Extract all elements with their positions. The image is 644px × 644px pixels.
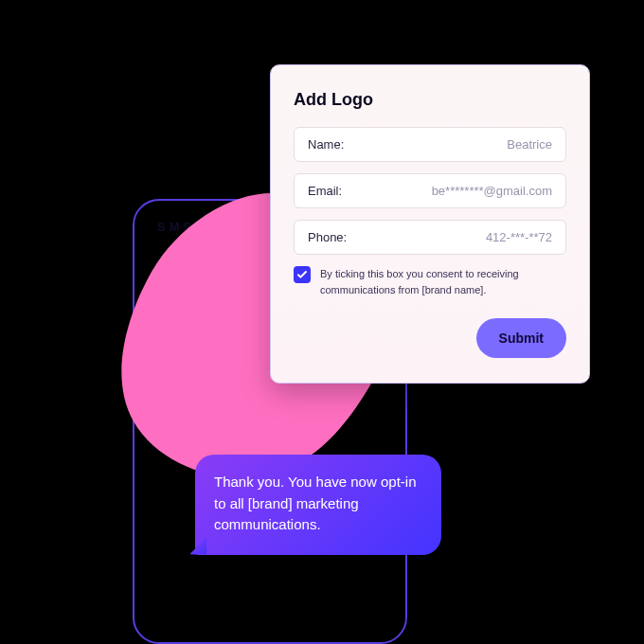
- phone-field[interactable]: Phone: 412-***-**72: [294, 220, 566, 255]
- name-label: Name:: [308, 137, 344, 152]
- confirmation-message-text: Thank you. You have now opt-in to all [b…: [214, 474, 417, 532]
- email-field[interactable]: Email: be********@gmail.com: [294, 173, 566, 208]
- name-field[interactable]: Name: Beatrice: [294, 127, 566, 162]
- phone-value: 412-***-**72: [486, 230, 552, 244]
- confirmation-message-bubble: Thank you. You have now opt-in to all [b…: [195, 455, 441, 555]
- signup-form-card: Add Logo Name: Beatrice Email: be*******…: [270, 64, 590, 384]
- consent-text: By ticking this box you consent to recei…: [320, 266, 566, 297]
- consent-row: By ticking this box you consent to recei…: [294, 266, 566, 297]
- phone-label: Phone:: [308, 230, 347, 244]
- check-icon: [296, 269, 308, 280]
- email-label: Email:: [308, 184, 342, 198]
- submit-button[interactable]: Submit: [476, 318, 566, 358]
- form-title: Add Logo: [294, 90, 566, 110]
- email-value: be********@gmail.com: [432, 184, 552, 198]
- consent-checkbox[interactable]: [294, 266, 311, 283]
- name-value: Beatrice: [507, 137, 552, 152]
